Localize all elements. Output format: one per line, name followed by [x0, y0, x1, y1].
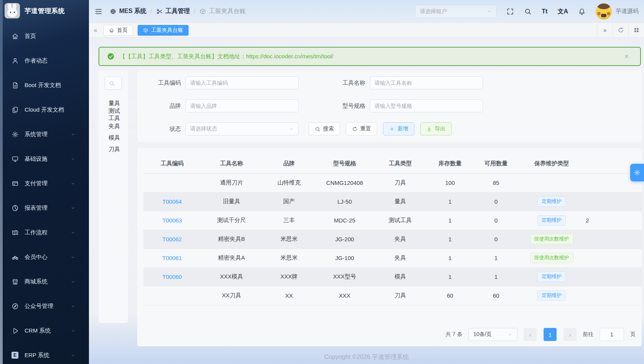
username: 芋道源码	[616, 8, 639, 15]
category-list: 量具测试工具夹具模具刀具	[105, 97, 122, 155]
grid-icon-glyph	[633, 27, 640, 33]
doc-link[interactable]: https://doc.iocoder.cn/mes/tm/tool/	[246, 53, 334, 59]
cell-type: 夹具	[373, 249, 427, 267]
tab-1[interactable]: 首页	[104, 25, 133, 36]
sidebar-item-label: 支付管理	[25, 180, 71, 187]
cell-extra	[584, 267, 642, 286]
tool-code-link[interactable]: T00064	[163, 198, 182, 205]
cell-tool-code: T00064	[143, 192, 201, 211]
sidebar-collapse-icon[interactable]	[94, 7, 103, 16]
close-icon[interactable]: ×	[624, 52, 629, 61]
column-header: 保养维护类型	[519, 154, 584, 173]
column-header: 工具类型	[373, 154, 427, 173]
pagination: 共 7 条 10条/页 ‹ 1 › 前往 页	[445, 328, 636, 341]
cell-tool-name: 测试千分尺	[201, 211, 262, 230]
table-row: T00063测试千分尺三丰MDC-25测试工具10定期维护2	[143, 211, 642, 230]
page-size-value: 10条/页	[473, 331, 491, 338]
sidebar-item-3[interactable]: Boot 开发文档	[0, 77, 89, 93]
sidebar-item-label: 作者动态	[25, 57, 81, 64]
home-icon	[12, 33, 19, 40]
sidebar-item-6[interactable]: 基础设施	[0, 151, 89, 166]
cell-type: 量具	[373, 192, 427, 211]
bell-icon[interactable]	[578, 8, 586, 15]
tool-code-input[interactable]	[186, 76, 299, 89]
reset-button[interactable]: 重置	[346, 122, 377, 135]
search-button[interactable]: 搜索	[309, 122, 340, 135]
brand-input[interactable]	[186, 99, 299, 112]
status-select[interactable]: 请选择状态	[186, 122, 299, 135]
cell-type: 刀具	[373, 286, 427, 305]
goto-page-input[interactable]	[600, 328, 624, 341]
breadcrumb-label: MES 系统	[119, 7, 146, 15]
category-item-3[interactable]: 夹具	[108, 120, 122, 132]
sidebar-item-9[interactable]: 工作流程	[0, 225, 89, 240]
breadcrumb: MES 系统/工具管理/工装夹具台账	[110, 7, 246, 15]
breadcrumb-item-1[interactable]: MES 系统	[110, 7, 146, 15]
sidebar-item-2[interactable]: 作者动态	[0, 53, 89, 68]
cell-stock: 1	[427, 249, 473, 267]
fullscreen-icon[interactable]	[506, 8, 514, 15]
table-row: T00064旧量具国产LJ-50量具10定期维护	[143, 192, 642, 211]
tabs-scroll-right-icon[interactable]: »	[597, 23, 613, 37]
cell-tool-code: T00062	[143, 230, 201, 249]
tool-name-input[interactable]	[370, 76, 483, 89]
sidebar-item-label: Cloud 开发文档	[25, 106, 81, 114]
search-icon[interactable]	[524, 8, 532, 15]
app-logo[interactable]: 芋道管理系统	[0, 0, 89, 21]
filter-field-tool-code: 工具编码	[143, 76, 299, 89]
sidebar-item-14[interactable]: EERP 系统	[0, 348, 89, 363]
category-item-2[interactable]: 测试工具	[108, 109, 122, 120]
sidebar-item-7[interactable]: 支付管理	[0, 176, 89, 191]
refresh-icon[interactable]	[613, 23, 628, 37]
app-logo-image	[5, 3, 20, 18]
cell-extra	[584, 230, 642, 249]
model-input[interactable]	[370, 99, 483, 112]
font-size-icon[interactable]: Tt	[542, 8, 547, 15]
prev-page-button[interactable]: ‹	[524, 328, 537, 341]
add-button[interactable]: 新增	[383, 122, 414, 135]
cell-tool-name: 通用刀片	[201, 173, 262, 192]
tab-2[interactable]: 工装夹具台账	[138, 25, 189, 36]
theme-settings-button[interactable]	[630, 164, 644, 181]
category-item-4[interactable]: 模具	[108, 132, 122, 143]
tool-code-link[interactable]: T00060	[163, 273, 182, 280]
sidebar-item-12[interactable]: 公众号管理	[0, 298, 89, 314]
export-button[interactable]: 导出	[420, 122, 452, 135]
page-size-select[interactable]: 10条/页	[468, 328, 518, 341]
copyright-footer: Copyright ©2026 芋道管理系统	[89, 353, 644, 361]
gear-icon	[634, 169, 641, 176]
package-icon	[199, 8, 206, 15]
cell-brand: 三丰	[262, 211, 316, 230]
next-page-button[interactable]: ›	[564, 328, 577, 341]
document-icon	[12, 82, 19, 89]
language-icon[interactable]: 文A	[557, 8, 568, 15]
chevron-down-icon	[71, 132, 76, 137]
category-item-5[interactable]: 刀具	[108, 143, 122, 155]
layout-grid-icon[interactable]	[628, 23, 644, 37]
chevron-down-icon	[71, 328, 76, 333]
tool-code-link[interactable]: T00061	[163, 255, 182, 261]
sidebar-item-11[interactable]: 商城系统	[0, 274, 89, 289]
sidebar-item-4[interactable]: Cloud 开发文档	[0, 102, 89, 117]
tenant-select[interactable]: 请选择租户	[415, 5, 496, 18]
tool-code-link[interactable]: T00063	[163, 217, 182, 224]
maintenance-badge: 定期维护	[537, 290, 566, 301]
breadcrumb-item-3[interactable]: 工装夹具台账	[199, 7, 246, 15]
sidebar-item-label: 会员中心	[25, 254, 71, 261]
cell-brand: 米思米	[262, 249, 316, 267]
tool-code-link[interactable]: T00062	[163, 236, 182, 242]
cell-extra	[584, 192, 642, 211]
user-menu[interactable]: 芋道源码	[596, 3, 639, 20]
current-page-button[interactable]: 1	[544, 328, 557, 341]
filter-field-model: 型号规格	[328, 99, 483, 112]
sidebar-item-5[interactable]: 系统管理	[0, 127, 89, 142]
sidebar-item-1[interactable]: 首页	[0, 28, 89, 44]
tabs-scroll-left-icon[interactable]: «	[94, 26, 104, 34]
cell-available: 0	[473, 192, 519, 211]
chevron-down-icon	[71, 279, 76, 284]
sidebar-item-13[interactable]: CRM 系统	[0, 323, 89, 338]
breadcrumb-item-2[interactable]: 工具管理	[156, 7, 190, 15]
sidebar-item-10[interactable]: 会员中心	[0, 249, 89, 265]
member-icon	[12, 254, 19, 261]
sidebar-item-8[interactable]: 报表管理	[0, 200, 89, 216]
